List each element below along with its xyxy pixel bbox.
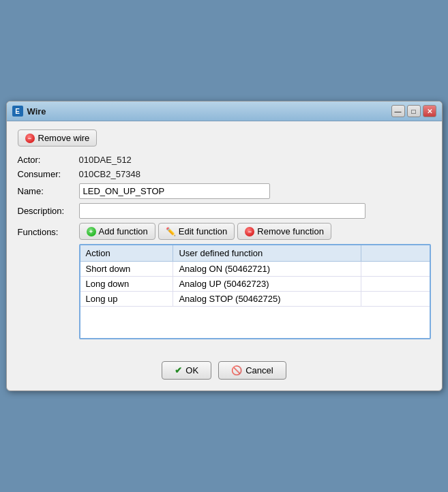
close-button[interactable]: ✕: [423, 105, 436, 117]
functions-label: Functions:: [18, 223, 79, 237]
remove-wire-button[interactable]: − Remove wire: [18, 129, 98, 147]
functions-table-body: Short down Analog ON (50462721) Long dow…: [80, 262, 430, 307]
remove-function-icon: −: [245, 227, 254, 236]
cell-function: Analog UP (50462723): [173, 277, 361, 292]
description-label: Description:: [18, 206, 79, 216]
functions-table-wrapper: Action User defined function Short down …: [79, 244, 431, 339]
cell-extra: [361, 277, 430, 292]
functions-row: Functions: + Add function ✏️ Edit functi…: [18, 223, 431, 339]
consumer-label: Consumer:: [18, 169, 79, 179]
edit-function-button[interactable]: ✏️ Edit function: [158, 223, 235, 240]
remove-function-label: Remove function: [257, 226, 324, 236]
cancel-icon: 🚫: [231, 365, 242, 375]
remove-function-button[interactable]: − Remove function: [237, 223, 331, 240]
ok-icon: ✔: [175, 365, 182, 375]
remove-wire-label: Remove wire: [38, 133, 90, 143]
dialog-footer: ✔ OK 🚫 Cancel: [7, 352, 442, 390]
edit-function-label: Edit function: [179, 226, 228, 236]
titlebar: E Wire — □ ✕: [7, 102, 442, 121]
table-row[interactable]: Long up Analog STOP (50462725): [80, 292, 430, 307]
ok-button[interactable]: ✔ OK: [162, 361, 211, 380]
cancel-button[interactable]: 🚫 Cancel: [218, 361, 286, 380]
actor-label: Actor:: [18, 155, 79, 165]
titlebar-left: E Wire: [12, 106, 46, 117]
cancel-label: Cancel: [245, 365, 273, 375]
cell-function: Analog ON (50462721): [173, 262, 361, 277]
name-label: Name:: [18, 186, 79, 196]
cell-action: Long down: [80, 277, 173, 292]
name-input[interactable]: [79, 183, 270, 199]
functions-container: + Add function ✏️ Edit function − Remove…: [79, 223, 431, 339]
functions-toolbar: + Add function ✏️ Edit function − Remove…: [79, 223, 431, 240]
col-function-header: User defined function: [173, 245, 361, 262]
table-row[interactable]: Short down Analog ON (50462721): [80, 262, 430, 277]
toolbar: − Remove wire: [18, 129, 431, 147]
edit-function-icon: ✏️: [166, 227, 176, 236]
actor-row: Actor: 010DAE_512: [18, 155, 431, 165]
cell-action: Short down: [80, 262, 173, 277]
wire-dialog: E Wire — □ ✕ − Remove wire Actor: 010DAE…: [6, 101, 443, 391]
cell-function: Analog STOP (50462725): [173, 292, 361, 307]
col-action-header: Action: [80, 245, 173, 262]
ok-label: OK: [185, 365, 198, 375]
cell-extra: [361, 292, 430, 307]
functions-table: Action User defined function Short down …: [80, 245, 430, 307]
description-row: Description:: [18, 203, 431, 219]
remove-wire-icon: −: [25, 134, 35, 143]
add-function-label: Add function: [99, 226, 148, 236]
col-extra-header: [361, 245, 430, 262]
actor-value: 010DAE_512: [79, 155, 132, 165]
titlebar-controls: — □ ✕: [391, 105, 436, 117]
add-function-button[interactable]: + Add function: [79, 223, 155, 240]
table-header-row: Action User defined function: [80, 245, 430, 262]
minimize-button[interactable]: —: [391, 105, 405, 117]
description-input[interactable]: [79, 203, 365, 219]
dialog-content: − Remove wire Actor: 010DAE_512 Consumer…: [7, 121, 442, 352]
app-icon: E: [12, 106, 23, 117]
consumer-value: 010CB2_57348: [79, 169, 140, 179]
table-row[interactable]: Long down Analog UP (50462723): [80, 277, 430, 292]
add-function-icon: +: [87, 227, 96, 236]
consumer-row: Consumer: 010CB2_57348: [18, 169, 431, 179]
maximize-button[interactable]: □: [407, 105, 421, 117]
cell-extra: [361, 262, 430, 277]
name-row: Name:: [18, 183, 431, 199]
cell-action: Long up: [80, 292, 173, 307]
window-title: Wire: [27, 106, 46, 117]
